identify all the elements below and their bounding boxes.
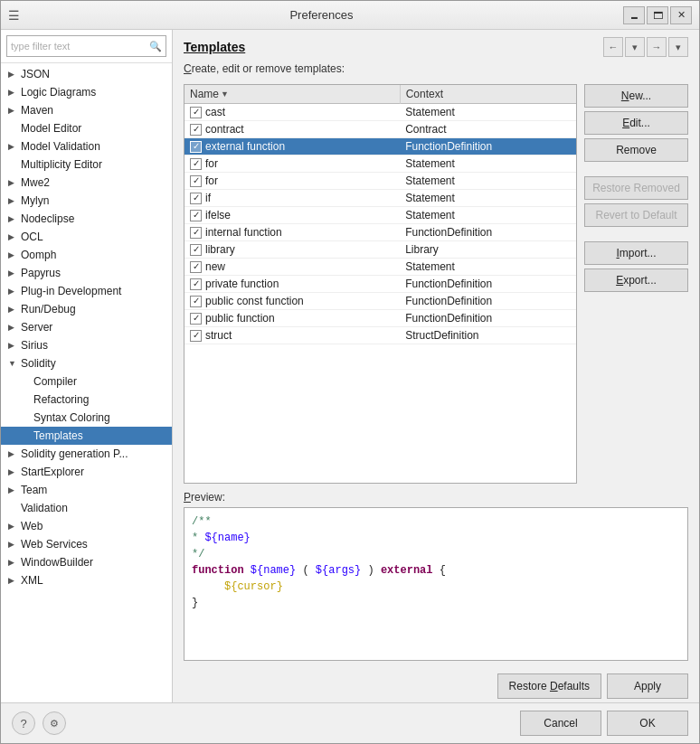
sidebar-item-xml[interactable]: ▶ XML (1, 571, 172, 589)
expand-arrow-logic: ▶ (8, 88, 21, 97)
table-row[interactable]: internal function FunctionDefinition (184, 224, 576, 241)
apply-button[interactable]: Apply (607, 673, 688, 699)
restore-defaults-button[interactable]: Restore Defaults (497, 673, 601, 699)
sidebar-item-run-debug[interactable]: ▶ Run/Debug (1, 300, 172, 318)
sidebar-item-validation[interactable]: Validation (1, 499, 172, 517)
row-checkbox[interactable] (190, 278, 202, 290)
export-button[interactable]: Export... (584, 268, 688, 292)
row-checkbox[interactable] (190, 330, 202, 342)
minimize-button[interactable]: 🗕 (623, 6, 645, 24)
sidebar-item-oomph[interactable]: ▶ Oomph (1, 246, 172, 264)
help-button[interactable]: ? (12, 711, 35, 735)
row-checkbox[interactable] (190, 261, 202, 273)
table-row[interactable]: cast Statement (184, 104, 576, 121)
sidebar-item-refactoring[interactable]: Refactoring (1, 391, 172, 409)
edit-button[interactable]: Edit... (584, 111, 688, 135)
sidebar-item-mwe2[interactable]: ▶ Mwe2 (1, 174, 172, 192)
sidebar-item-server[interactable]: ▶ Server (1, 318, 172, 336)
sidebar-item-ocl[interactable]: ▶ OCL (1, 228, 172, 246)
expand-arrow-sol-gen: ▶ (8, 449, 21, 458)
sidebar-item-web[interactable]: ▶ Web (1, 517, 172, 535)
col-name-header[interactable]: Name ▼ (184, 85, 400, 104)
sidebar-item-plugin-dev[interactable]: ▶ Plug-in Development (1, 282, 172, 300)
table-row[interactable]: library Library (184, 241, 576, 259)
table-row[interactable]: struct StructDefinition (184, 327, 576, 344)
sidebar-item-solidity-generation[interactable]: ▶ Solidity generation P... (1, 445, 172, 463)
table-row[interactable]: contract Contract (184, 121, 576, 138)
remove-button[interactable]: Remove (584, 138, 688, 162)
back-dropdown-button[interactable]: ▾ (625, 37, 645, 57)
cancel-button[interactable]: Cancel (520, 711, 601, 736)
table-cell-name: for (184, 173, 400, 190)
row-checkbox[interactable] (190, 158, 202, 170)
import-button[interactable]: Import... (584, 241, 688, 265)
row-checkbox[interactable] (190, 193, 202, 204)
table-row[interactable]: ifelse Statement (184, 207, 576, 224)
sidebar-item-compiler[interactable]: Compiler (1, 372, 172, 391)
sidebar-item-start-explorer[interactable]: ▶ StartExplorer (1, 463, 172, 481)
preview-cursor-var: ${cursor} (224, 580, 283, 593)
sidebar-item-papyrus[interactable]: ▶ Papyrus (1, 264, 172, 282)
table-row[interactable]: external function FunctionDefinition (184, 138, 576, 155)
row-checkbox[interactable] (190, 313, 202, 325)
sidebar-item-json[interactable]: ▶ JSON (1, 65, 172, 83)
sidebar-item-model-validation[interactable]: ▶ Model Validation (1, 137, 172, 155)
forward-button[interactable]: → (647, 37, 667, 57)
sidebar-item-web-services[interactable]: ▶ Web Services (1, 535, 172, 553)
back-button[interactable]: ← (603, 37, 623, 57)
close-button[interactable]: ✕ (670, 6, 692, 24)
row-checkbox[interactable] (190, 296, 202, 307)
menu-icon[interactable]: ☰ (8, 8, 20, 23)
content-area: type filter text 🔍 ▶ JSON ▶ Logic Diagra… (1, 30, 699, 702)
row-checkbox[interactable] (190, 141, 202, 153)
sidebar-item-multiplicity-editor[interactable]: Multiplicity Editor (1, 155, 172, 174)
col-context-header[interactable]: Context (400, 85, 576, 104)
sidebar-item-solidity[interactable]: ▼ Solidity (1, 354, 172, 372)
sidebar-item-logic-diagrams[interactable]: ▶ Logic Diagrams (1, 83, 172, 101)
restore-removed-button[interactable]: Restore Removed (584, 176, 688, 200)
sidebar-item-window-builder[interactable]: ▶ WindowBuilder (1, 553, 172, 571)
row-checkbox[interactable] (190, 210, 202, 221)
table-row[interactable]: if Statement (184, 190, 576, 207)
table-row[interactable]: public function FunctionDefinition (184, 310, 576, 327)
new-button[interactable]: New... (584, 84, 688, 108)
sidebar-item-syntax-coloring[interactable]: Syntax Coloring (1, 409, 172, 427)
settings-button[interactable]: ⚙ (43, 711, 66, 735)
row-checkbox[interactable] (190, 107, 202, 118)
sidebar-item-nodeclipse[interactable]: ▶ Nodeclipse (1, 210, 172, 228)
header-icons: ← ▾ → ▾ (603, 37, 688, 57)
row-checkbox[interactable] (190, 124, 202, 136)
table-row[interactable]: for Statement (184, 173, 576, 190)
sidebar-item-mylyn[interactable]: ▶ Mylyn (1, 192, 172, 210)
table-cell-context: StructDefinition (400, 327, 576, 344)
templates-table-container[interactable]: Name ▼ Context (184, 84, 577, 484)
sidebar-item-label-model-editor: Model Editor (21, 122, 81, 135)
forward-dropdown-button[interactable]: ▾ (668, 37, 688, 57)
table-cell-name: library (184, 241, 400, 259)
sidebar-item-maven[interactable]: ▶ Maven (1, 101, 172, 119)
sidebar-item-sirius[interactable]: ▶ Sirius (1, 336, 172, 354)
sidebar-item-label-templates: Templates (33, 429, 83, 442)
revert-to-default-button[interactable]: Revert to Default (584, 203, 688, 227)
main-content: Create, edit or remove templates: Name ▼ (173, 62, 699, 668)
expand-arrow-oomph: ▶ (8, 250, 21, 259)
clear-filter-icon[interactable]: 🔍 (149, 41, 162, 52)
table-row[interactable]: public const function FunctionDefinition (184, 293, 576, 310)
row-checkbox[interactable] (190, 175, 202, 187)
row-checkbox[interactable] (190, 227, 202, 239)
sidebar-item-templates[interactable]: Templates (1, 427, 172, 445)
filter-input-wrapper[interactable]: type filter text 🔍 (6, 35, 166, 57)
sidebar-item-team[interactable]: ▶ Team (1, 481, 172, 499)
sidebar-item-label-sirius: Sirius (21, 339, 48, 352)
table-row[interactable]: new Statement (184, 259, 576, 276)
table-row[interactable]: for Statement (184, 155, 576, 173)
create-label-text: reate, edit or remove templates: (192, 62, 345, 75)
row-checkbox[interactable] (190, 244, 202, 256)
sidebar-item-label-window-builder: WindowBuilder (21, 556, 93, 569)
table-cell-context: FunctionDefinition (400, 138, 576, 155)
ok-button[interactable]: OK (607, 711, 688, 736)
sidebar-item-model-editor[interactable]: Model Editor (1, 119, 172, 137)
table-row[interactable]: private function FunctionDefinition (184, 276, 576, 293)
maximize-button[interactable]: 🗖 (647, 6, 668, 24)
sidebar-item-label-mylyn: Mylyn (21, 194, 49, 207)
